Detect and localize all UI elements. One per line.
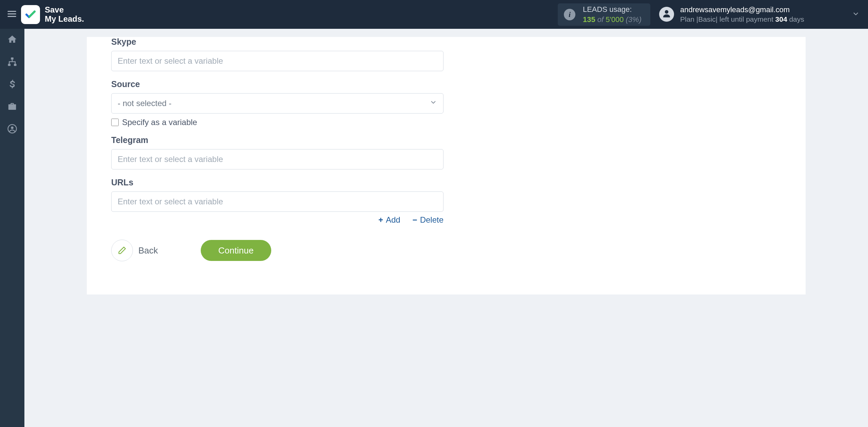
field-group-urls: URLs + Add − Delete: [111, 178, 629, 225]
field-group-telegram: Telegram: [111, 135, 629, 169]
buttons-row: Back Continue: [111, 240, 629, 261]
account-text: andrewsavemyleads@gmail.com Plan |Basic|…: [680, 5, 804, 24]
sidebar-item-connections[interactable]: [0, 51, 24, 74]
telegram-input[interactable]: [111, 149, 443, 169]
usage-values: 135 of 5'000 (3%): [583, 15, 642, 25]
source-selected-value: - not selected -: [118, 99, 172, 108]
sidebar-item-profile[interactable]: [0, 118, 24, 141]
plan-name: Basic: [698, 15, 715, 23]
back-label: Back: [138, 245, 158, 256]
user-circle-icon: [7, 124, 17, 135]
account-menu[interactable]: andrewsavemyleads@gmail.com Plan |Basic|…: [659, 5, 849, 24]
pencil-icon: [111, 240, 133, 261]
usage-text: LEADS usage: 135 of 5'000 (3%): [583, 4, 642, 24]
minus-icon: −: [413, 215, 417, 225]
brand-line1: Save: [45, 5, 84, 14]
label-telegram: Telegram: [111, 135, 629, 145]
avatar: [659, 7, 674, 22]
brand-name: Save My Leads.: [45, 5, 84, 23]
chevron-down-icon: [852, 10, 860, 19]
dollar-icon: [7, 79, 17, 90]
plan-days-num: 304: [775, 15, 787, 23]
source-specify-row[interactable]: Specify as a variable: [111, 118, 629, 127]
form-card: Skype Source - not selected - Specify as…: [87, 37, 806, 294]
page-scroll[interactable]: Skype Source - not selected - Specify as…: [24, 29, 868, 427]
hamburger-icon: [7, 9, 17, 20]
menu-toggle[interactable]: [3, 5, 21, 24]
back-button[interactable]: Back: [111, 240, 158, 261]
source-select[interactable]: - not selected -: [111, 93, 443, 114]
field-group-skype: Skype: [111, 37, 629, 71]
usage-of: of: [597, 15, 604, 24]
label-source: Source: [111, 79, 629, 89]
account-email: andrewsavemyleads@gmail.com: [680, 5, 804, 15]
usage-label: LEADS usage:: [583, 4, 642, 15]
source-specify-checkbox[interactable]: [111, 119, 119, 126]
topbar: Save My Leads. i LEADS usage: 135 of 5'0…: [0, 0, 868, 29]
briefcase-icon: [7, 101, 17, 113]
info-icon: i: [564, 9, 575, 20]
urls-add-label: Add: [386, 215, 400, 225]
sitemap-icon: [7, 57, 17, 68]
usage-used: 135: [583, 15, 595, 24]
svg-point-8: [11, 126, 14, 129]
plan-mid: | left until payment: [716, 15, 775, 23]
plan-days-suffix: days: [787, 15, 804, 23]
source-specify-label: Specify as a variable: [122, 118, 197, 127]
chevron-down-icon: [430, 99, 437, 108]
usage-pct: (3%): [626, 15, 642, 24]
continue-button[interactable]: Continue: [201, 240, 271, 261]
urls-delete-label: Delete: [420, 215, 443, 225]
field-group-source: Source - not selected - Specify as a var…: [111, 79, 629, 127]
sidebar-item-briefcase[interactable]: [0, 96, 24, 118]
brand[interactable]: Save My Leads.: [21, 5, 84, 24]
usage-limit: 5'000: [606, 15, 624, 24]
svg-rect-5: [8, 64, 11, 66]
plus-icon: +: [378, 215, 383, 225]
label-skype: Skype: [111, 37, 629, 47]
home-icon: [7, 34, 17, 46]
label-urls: URLs: [111, 178, 629, 187]
plan-prefix: Plan |: [680, 15, 698, 23]
sidebar-item-billing[interactable]: [0, 74, 24, 96]
brand-logo-icon: [21, 5, 40, 24]
urls-add-button[interactable]: + Add: [378, 215, 400, 225]
urls-delete-button[interactable]: − Delete: [413, 215, 443, 225]
svg-rect-6: [14, 64, 17, 66]
scrollbar-gutter: [864, 29, 868, 427]
svg-rect-4: [11, 58, 14, 60]
brand-line2: My Leads.: [45, 15, 84, 23]
sidebar-item-home[interactable]: [0, 29, 24, 51]
account-plan: Plan |Basic| left until payment 304 days: [680, 15, 804, 24]
sidebar: [0, 29, 24, 427]
urls-actions: + Add − Delete: [111, 215, 443, 225]
continue-label: Continue: [218, 245, 254, 256]
user-icon: [662, 8, 672, 20]
urls-input[interactable]: [111, 191, 443, 212]
skype-input[interactable]: [111, 51, 443, 71]
account-dropdown-toggle[interactable]: [849, 10, 863, 19]
usage-pill[interactable]: i LEADS usage: 135 of 5'000 (3%): [558, 3, 650, 26]
svg-point-3: [665, 10, 669, 14]
